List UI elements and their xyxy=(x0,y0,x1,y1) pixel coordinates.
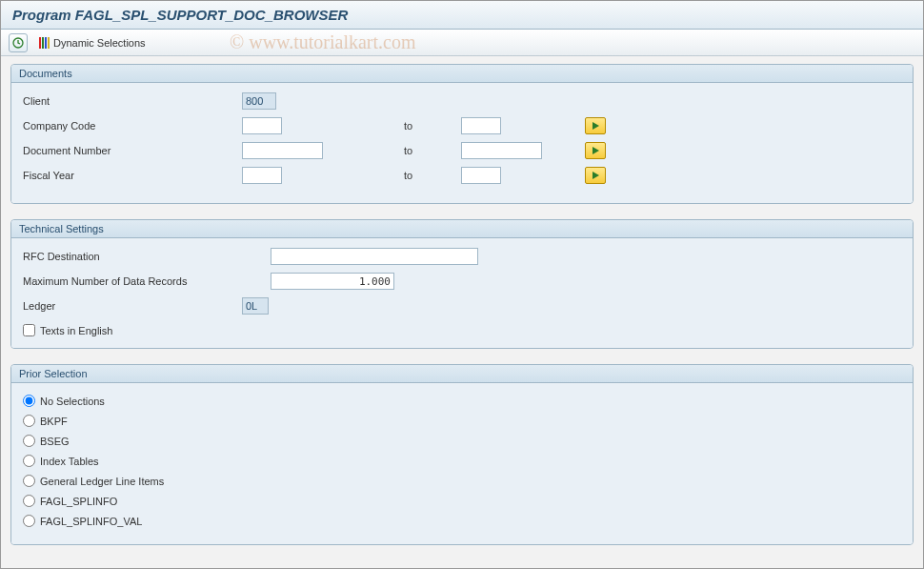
dynamic-selections-label: Dynamic Selections xyxy=(53,37,146,49)
texts-english-checkbox[interactable] xyxy=(23,324,35,336)
fiscal-year-from-field[interactable] xyxy=(242,167,282,184)
company-code-to-label: to xyxy=(385,120,461,132)
document-number-to-label: to xyxy=(385,145,461,156)
documents-group-title: Documents xyxy=(11,65,913,83)
document-number-row: Document Number to xyxy=(23,140,901,161)
radio-option: FAGL_SPLINFO xyxy=(23,491,901,511)
clock-execute-icon xyxy=(12,37,24,49)
prior-selection-title: Prior Selection xyxy=(11,365,913,383)
fagl-splinfo-label: FAGL_SPLINFO xyxy=(40,496,117,507)
company-code-multi-button[interactable] xyxy=(585,117,606,134)
fiscal-year-row: Fiscal Year to xyxy=(23,165,901,186)
rfc-label: RFC Destination xyxy=(23,251,271,262)
documents-group: Documents Client Company Code to xyxy=(10,64,914,204)
technical-settings-group: Technical Settings RFC Destination Maxim… xyxy=(10,219,914,349)
document-number-multi-button[interactable] xyxy=(585,142,606,159)
ledger-label: Ledger xyxy=(23,300,242,312)
bkpf-label: BKPF xyxy=(40,416,68,427)
radio-option: BKPF xyxy=(23,411,901,431)
bkpf-radio[interactable] xyxy=(23,415,35,427)
fagl-splinfo-val-radio[interactable] xyxy=(23,515,35,527)
fagl-splinfo-radio[interactable] xyxy=(23,495,35,507)
document-number-label: Document Number xyxy=(23,145,242,156)
max-records-field[interactable] xyxy=(271,273,394,290)
arrow-right-icon xyxy=(593,147,599,154)
no-selections-label: No Selections xyxy=(40,396,105,407)
rfc-field[interactable] xyxy=(271,248,478,265)
execute-button[interactable] xyxy=(9,33,28,52)
arrow-right-icon xyxy=(593,172,599,179)
gl-line-items-label: General Ledger Line Items xyxy=(40,476,164,487)
document-number-from-field[interactable] xyxy=(242,142,323,159)
gl-line-items-radio[interactable] xyxy=(23,475,35,487)
max-records-label: Maximum Number of Data Records xyxy=(23,275,271,287)
fiscal-year-to-field[interactable] xyxy=(461,167,501,184)
page-title: Program FAGL_SPL_SUPPORT_DOC_BROWSER xyxy=(1,1,923,30)
no-selections-radio[interactable] xyxy=(23,395,35,407)
technical-settings-title: Technical Settings xyxy=(11,220,913,238)
client-field[interactable] xyxy=(242,92,276,110)
company-code-from-field[interactable] xyxy=(242,117,282,134)
radio-option: General Ledger Line Items xyxy=(23,471,901,491)
max-records-row: Maximum Number of Data Records xyxy=(23,271,901,292)
dynamic-selections-icon xyxy=(39,37,50,49)
prior-selection-group: Prior Selection No Selections BKPF BSEG … xyxy=(10,364,914,545)
company-code-row: Company Code to xyxy=(23,115,901,136)
fagl-splinfo-val-label: FAGL_SPLINFO_VAL xyxy=(40,516,142,527)
radio-option: BSEG xyxy=(23,431,901,451)
document-number-to-field[interactable] xyxy=(461,142,542,159)
arrow-right-icon xyxy=(593,122,599,130)
client-row: Client xyxy=(23,91,901,112)
texts-english-row: Texts in English xyxy=(23,320,901,340)
ledger-field[interactable] xyxy=(242,297,269,315)
bseg-label: BSEG xyxy=(40,436,70,447)
radio-option: No Selections xyxy=(23,391,901,411)
company-code-label: Company Code xyxy=(23,120,242,132)
index-tables-label: Index Tables xyxy=(40,456,99,467)
client-label: Client xyxy=(23,95,242,107)
company-code-to-field[interactable] xyxy=(461,117,501,134)
fiscal-year-to-label: to xyxy=(385,170,461,181)
fiscal-year-multi-button[interactable] xyxy=(585,167,606,184)
rfc-row: RFC Destination xyxy=(23,246,901,267)
texts-english-label: Texts in English xyxy=(40,325,112,336)
radio-option: FAGL_SPLINFO_VAL xyxy=(23,511,901,531)
ledger-row: Ledger xyxy=(23,295,901,316)
bseg-radio[interactable] xyxy=(23,435,35,447)
main-window: Program FAGL_SPL_SUPPORT_DOC_BROWSER Dyn… xyxy=(0,0,924,569)
radio-option: Index Tables xyxy=(23,451,901,471)
fiscal-year-label: Fiscal Year xyxy=(23,170,242,181)
dynamic-selections-button[interactable]: Dynamic Selections xyxy=(35,35,150,51)
content-area: Documents Client Company Code to xyxy=(1,56,923,568)
toolbar: Dynamic Selections xyxy=(1,30,923,56)
index-tables-radio[interactable] xyxy=(23,455,35,467)
